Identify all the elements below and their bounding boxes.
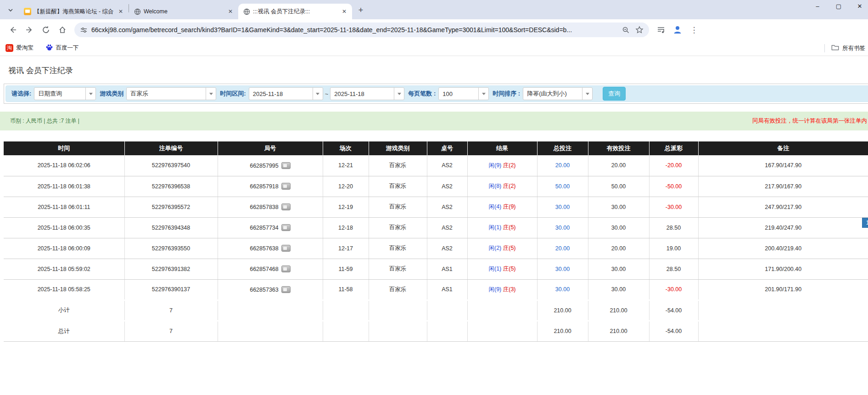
address-bar[interactable]: 66cxkj98.com/game/betrecord_search/kind3… <box>74 23 649 37</box>
cell-result: 闲(9) 庄(2) <box>467 155 537 176</box>
all-bookmarks-label[interactable]: 所有书签 <box>842 45 868 52</box>
forward-button[interactable] <box>22 23 36 37</box>
profile-avatar-icon[interactable] <box>671 23 684 37</box>
page-size-label: 每页笔数 : <box>408 90 436 98</box>
column-header: 总投注 <box>537 141 588 155</box>
cell-time: 2025-11-18 05:59:02 <box>4 259 124 279</box>
cell-payout: 28.50 <box>649 217 698 238</box>
cell-total-bet[interactable]: 30.00 <box>537 279 588 300</box>
cell-payout: 28.50 <box>649 259 698 279</box>
home-button[interactable] <box>56 23 69 37</box>
media-controls-icon[interactable] <box>654 23 668 37</box>
column-header: 注单编号 <box>124 141 218 155</box>
window-minimize-button[interactable]: – <box>813 3 822 10</box>
date-start-input[interactable]: 2025-11-18 <box>249 87 323 100</box>
site-settings-tune-icon[interactable] <box>80 26 88 34</box>
cell-game-kind: 百家乐 <box>369 176 427 197</box>
cell-valid-bet: 50.00 <box>588 176 649 197</box>
column-header: 总派彩 <box>649 141 698 155</box>
bookmark-label: 爱淘宝 <box>16 44 34 52</box>
cell-remark: 201.90/171.90 <box>698 279 868 300</box>
table-row: 2025-11-18 05:59:02522976391382662857468… <box>4 259 868 279</box>
betrecord-page: 视讯 会员下注纪录 请选择: 日期查询 游戏类别 百家乐 时间区间: 2025-… <box>0 65 868 342</box>
cell-table-no: AS1 <box>427 279 467 300</box>
total-valid-bet: 210.00 <box>588 321 649 341</box>
tab-search-button[interactable] <box>5 4 17 16</box>
video-replay-icon[interactable] <box>281 203 291 210</box>
cell-payout: -30.00 <box>649 197 698 217</box>
cell-valid-bet: 30.00 <box>588 259 649 279</box>
cell-total-bet[interactable]: 20.00 <box>537 155 588 176</box>
cell-table-no: AS2 <box>427 238 467 259</box>
subtotal-count: 7 <box>124 300 218 321</box>
tab-close-icon[interactable]: ✕ <box>117 7 125 16</box>
tab-welcome[interactable]: Welcome ✕ <box>129 4 238 19</box>
bookmarks-bar: 淘 爱淘宝 百度一下 所有书签 <box>0 40 868 56</box>
tab-close-icon[interactable]: ✕ <box>226 7 235 16</box>
video-replay-icon[interactable] <box>281 224 291 231</box>
valid-bet-note: 同局有效投注，统一计算在该局第一张注单内 <box>752 117 867 125</box>
cell-result: 闲(1) 庄(5) <box>467 259 537 279</box>
cell-total-bet[interactable]: 30.00 <box>537 259 588 279</box>
page-size-select[interactable]: 100 <box>438 87 489 100</box>
reload-button[interactable] <box>39 23 53 37</box>
cell-game-kind: 百家乐 <box>369 217 427 238</box>
pagination-top[interactable]: 1 <box>862 218 868 228</box>
cell-result: 闲(4) 庄(9) <box>467 197 537 217</box>
chevron-down-icon <box>478 88 488 100</box>
cell-remark: 200.40/219.40 <box>698 238 868 259</box>
subtotal-payout: -54.00 <box>649 300 698 321</box>
bookmark-star-icon[interactable] <box>635 26 644 34</box>
tab-title: Welcome <box>144 8 224 15</box>
globe-icon <box>243 8 250 15</box>
window-close-button[interactable]: ✕ <box>855 3 864 10</box>
baidu-paw-icon <box>45 44 53 53</box>
video-replay-icon[interactable] <box>281 183 291 190</box>
cell-game-kind: 百家乐 <box>369 259 427 279</box>
cell-bet-id: 522976395572 <box>124 197 218 217</box>
bookmark-aitaobao[interactable]: 淘 爱淘宝 <box>6 44 34 52</box>
cell-bet-id: 522976393550 <box>124 238 218 259</box>
sort-select[interactable]: 降幂(由大到小) <box>523 87 593 100</box>
cell-result: 闲(8) 庄(2) <box>467 176 537 197</box>
cell-remark: 219.40/247.90 <box>698 217 868 238</box>
back-button[interactable] <box>6 23 20 37</box>
cell-total-bet[interactable]: 20.00 <box>537 238 588 259</box>
video-replay-icon[interactable] <box>281 265 291 272</box>
video-replay-icon[interactable] <box>281 286 291 293</box>
url-text[interactable]: 66cxkj98.com/game/betrecord_search/kind3… <box>91 26 617 34</box>
cell-result: 闲(2) 庄(5) <box>467 238 537 259</box>
query-type-select[interactable]: 日期查询 <box>34 87 96 100</box>
zoom-icon[interactable] <box>622 26 630 34</box>
tab-close-icon[interactable]: ✕ <box>340 7 348 16</box>
subtotal-valid-bet: 210.00 <box>588 300 649 321</box>
cell-round: 662857995 <box>218 155 323 176</box>
tab-forum[interactable]: 【新提醒】海燕策略论坛 - 综合 ✕ <box>19 4 129 19</box>
cell-table-no: AS2 <box>427 217 467 238</box>
cell-bet-id: 522976394348 <box>124 217 218 238</box>
menu-dots-icon[interactable]: ⋮ <box>687 23 701 37</box>
cell-time: 2025-11-18 06:00:09 <box>4 238 124 259</box>
total-count: 7 <box>124 321 218 341</box>
column-header: 游戏类别 <box>369 141 427 155</box>
game-kind-select[interactable]: 百家乐 <box>126 87 216 100</box>
search-button[interactable]: 查询 <box>603 87 626 101</box>
cell-total-bet[interactable]: 50.00 <box>537 176 588 197</box>
cell-total-bet[interactable]: 30.00 <box>537 217 588 238</box>
column-header: 结果 <box>467 141 537 155</box>
new-tab-button[interactable]: + <box>355 4 367 16</box>
bookmark-baidu[interactable]: 百度一下 <box>45 44 79 53</box>
cell-valid-bet: 20.00 <box>588 155 649 176</box>
cell-time: 2025-11-18 06:00:35 <box>4 217 124 238</box>
video-replay-icon[interactable] <box>281 162 291 169</box>
tab-betrecord-active[interactable]: :::视讯 会员下注纪录::: ✕ <box>238 4 352 19</box>
cell-bet-id: 522976397540 <box>124 155 218 176</box>
window-maximize-button[interactable]: ▢ <box>834 3 843 10</box>
cell-total-bet[interactable]: 30.00 <box>537 197 588 217</box>
cell-game-kind: 百家乐 <box>369 197 427 217</box>
date-end-input[interactable]: 2025-11-18 <box>330 87 404 100</box>
cell-round: 662857838 <box>218 197 323 217</box>
video-replay-icon[interactable] <box>281 245 291 252</box>
subtotal-total-bet: 210.00 <box>537 300 588 321</box>
cell-session: 12-20 <box>323 176 369 197</box>
